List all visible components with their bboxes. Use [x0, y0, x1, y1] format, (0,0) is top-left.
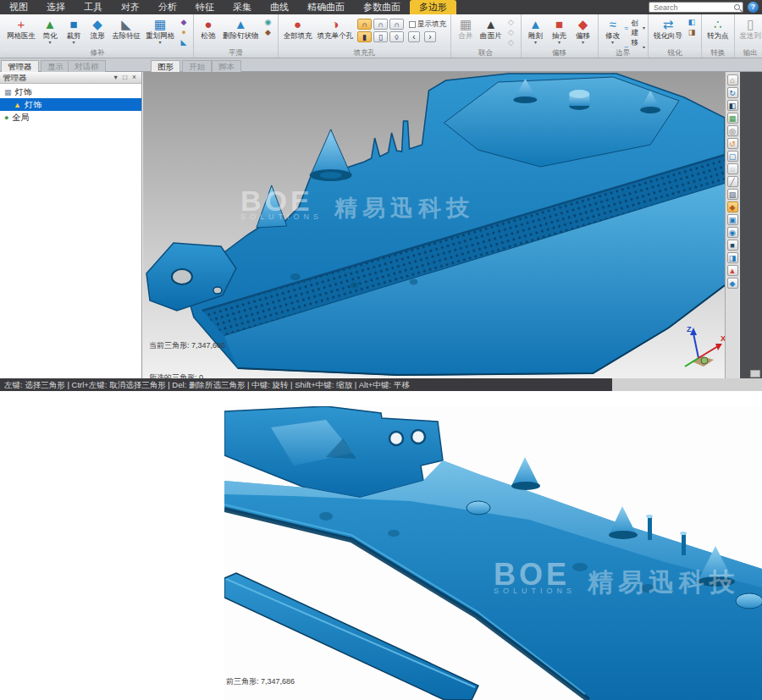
menu-exact-surface[interactable]: 精确曲面	[298, 0, 354, 14]
smooth-mini-tools: ◉ ◆	[262, 16, 275, 39]
tab-dialog[interactable]: 对话框	[68, 60, 106, 72]
zoomed-model-mesh[interactable]	[224, 406, 762, 700]
panel-dropdown-icon[interactable]: ▾	[112, 72, 120, 83]
group-label: 锐化	[649, 48, 701, 58]
menu-select[interactable]: 选择	[37, 0, 75, 14]
tab-graphics[interactable]: 图形	[151, 60, 180, 72]
view-tool-icon-14[interactable]: ■	[727, 240, 738, 251]
remesh-icon: ▦	[154, 17, 166, 32]
axis-z-label: Z	[687, 325, 692, 333]
tab-script[interactable]: 脚本	[212, 60, 241, 72]
trim-button[interactable]: ■ 裁剪 ▾	[62, 16, 86, 46]
fill-mode-toggle[interactable]: ▯	[373, 31, 388, 42]
dropdown-arrow-icon: ▾	[643, 25, 645, 30]
sharpen-mini-tool-icon[interactable]: ◧	[686, 18, 698, 27]
modify-boundary-button[interactable]: ≈ 修改 ▾	[601, 16, 625, 46]
merge-icon: ▦	[460, 17, 472, 32]
manifold-button[interactable]: ◆ 流形	[86, 16, 109, 41]
fill-mode-toggle[interactable]: ◊	[389, 31, 404, 42]
sculpt-icon: ▲	[529, 17, 542, 32]
tab-start[interactable]: 开始	[182, 60, 212, 72]
panel-close-icon[interactable]: ×	[130, 72, 139, 83]
convert-to-points-button[interactable]: ∴ 转为点	[704, 16, 732, 41]
search-input[interactable]	[652, 3, 734, 13]
menu-capture[interactable]: 采集	[224, 0, 261, 14]
menu-curves[interactable]: 曲线	[261, 0, 298, 14]
tab-display[interactable]: 显示	[41, 60, 70, 72]
ribbon-button-label: 流形	[91, 32, 105, 40]
viewport-3d[interactable]: BOE SOLUTIONS 精易迅科技 当前三角形: 7,347,686 所选的…	[143, 72, 725, 378]
view-tool-icon-3[interactable]: ◧	[727, 100, 738, 111]
tree-item-global[interactable]: ● 全局	[0, 111, 141, 124]
view-tool-icon-4[interactable]: ▦	[727, 113, 738, 124]
fill-single-button[interactable]: ◑ 填充单个孔	[315, 16, 356, 41]
help-icon[interactable]: ?	[748, 2, 759, 13]
remove-features-button[interactable]: ◣ 去除特征	[109, 16, 143, 41]
view-tool-icon-16[interactable]: ▲	[727, 265, 738, 276]
fill-all-button[interactable]: ● 全部填充	[281, 16, 315, 41]
prev-hole-button[interactable]: ‹	[408, 31, 420, 42]
fill-mode-toggle[interactable]: ▮	[357, 31, 372, 42]
menu-features[interactable]: 特征	[186, 0, 224, 14]
smooth-mini-tool-icon[interactable]: ◉	[262, 18, 274, 27]
next-hole-button[interactable]: ›	[424, 31, 436, 42]
convert-to-points-icon: ∴	[714, 17, 722, 32]
repair-mini-tool-icon[interactable]: ◣	[178, 38, 190, 47]
shell-button[interactable]: ■ 抽壳 ▾	[548, 16, 572, 46]
smooth-mini-tool-icon[interactable]: ◆	[262, 28, 274, 37]
show-fill-checkbox[interactable]	[409, 21, 416, 28]
model-mesh[interactable]	[143, 72, 725, 378]
dropdown-arrow-icon: ▾	[611, 40, 614, 45]
menu-polygons-active[interactable]: 多边形	[410, 0, 456, 14]
sharpen-wizard-button[interactable]: ⇄ 锐化向导	[651, 16, 685, 41]
search-box[interactable]	[649, 2, 743, 13]
decimate-button[interactable]: ▲ 简化 ▾	[38, 16, 62, 46]
hole-type-toggle[interactable]: ∩	[373, 19, 388, 30]
patch-button[interactable]: ▲ 曲面片	[478, 16, 505, 41]
tree-item-lamp[interactable]: ▦ 灯饰	[0, 85, 141, 98]
view-tool-icon-1[interactable]: ⌂	[727, 74, 738, 85]
dropdown-arrow-icon: ▾	[534, 40, 537, 45]
mesh-doctor-button[interactable]: + 网格医生	[4, 16, 38, 41]
view-tool-icon-12[interactable]: ▣	[727, 214, 738, 225]
resize-grip[interactable]	[750, 370, 760, 378]
ribbon-button-label: 填充单个孔	[318, 32, 354, 40]
sculpt-button[interactable]: ▲ 雕刻 ▾	[524, 16, 548, 46]
view-tool-icon-11[interactable]: ◆	[727, 201, 738, 212]
remesh-button[interactable]: ▦ 重划网格 ▾	[143, 16, 177, 46]
view-tool-icon-6[interactable]: ↺	[727, 138, 738, 149]
view-tool-icon-5[interactable]: ◎	[727, 125, 738, 136]
repair-mini-tools: ◆ ● ◣	[177, 16, 190, 49]
tab-manager[interactable]: 管理器	[1, 60, 39, 72]
menu-tools[interactable]: 工具	[75, 0, 112, 14]
menu-param-surface[interactable]: 参数曲面	[354, 0, 410, 14]
menu-view[interactable]: 视图	[0, 0, 37, 14]
view-tool-icon-7[interactable]: ▢	[727, 151, 738, 162]
menu-align[interactable]: 对齐	[112, 0, 149, 14]
ribbon-button-label: 松弛	[202, 32, 216, 40]
mesh-doctor-icon: +	[18, 17, 25, 32]
view-tool-icon-15[interactable]: ◨	[727, 252, 738, 263]
offset-button[interactable]: ◆ 偏移 ▾	[572, 16, 595, 46]
view-tool-icon-9[interactable]: ╱	[727, 176, 738, 187]
current-triangles: 前三角形: 7,347,686	[226, 676, 295, 687]
create-boundary-button[interactable]: ≈ 创建 ▾	[625, 19, 646, 37]
panel-pin-icon[interactable]: □	[120, 72, 130, 83]
view-tool-icon-8[interactable]: ◌	[727, 163, 738, 174]
repair-mini-tool-icon[interactable]: ◆	[178, 18, 190, 27]
sharpen-mini-tool-icon[interactable]: ◨	[686, 28, 698, 37]
view-tool-icon-13[interactable]: ◉	[727, 227, 738, 238]
tree-item-lamp-selected[interactable]: ▲ 灯饰	[0, 98, 141, 111]
view-tool-icon-10[interactable]: ▨	[727, 189, 738, 200]
view-tool-icon-2[interactable]: ↻	[727, 87, 738, 98]
group-label: 输出	[735, 48, 762, 58]
remove-spikes-button[interactable]: ▲ 删除钉状物	[220, 16, 262, 41]
menu-analysis[interactable]: 分析	[149, 0, 186, 14]
relax-button[interactable]: ● 松弛	[196, 16, 220, 41]
hole-type-toggle[interactable]: ∩	[389, 19, 404, 30]
group-label: 转换	[702, 48, 734, 58]
repair-mini-tool-icon[interactable]: ●	[178, 28, 190, 37]
hole-type-toggle[interactable]: ∩	[357, 19, 372, 30]
view-tool-icon-17[interactable]: ◆	[727, 278, 738, 289]
dropdown-arrow-icon: ▾	[558, 40, 560, 45]
